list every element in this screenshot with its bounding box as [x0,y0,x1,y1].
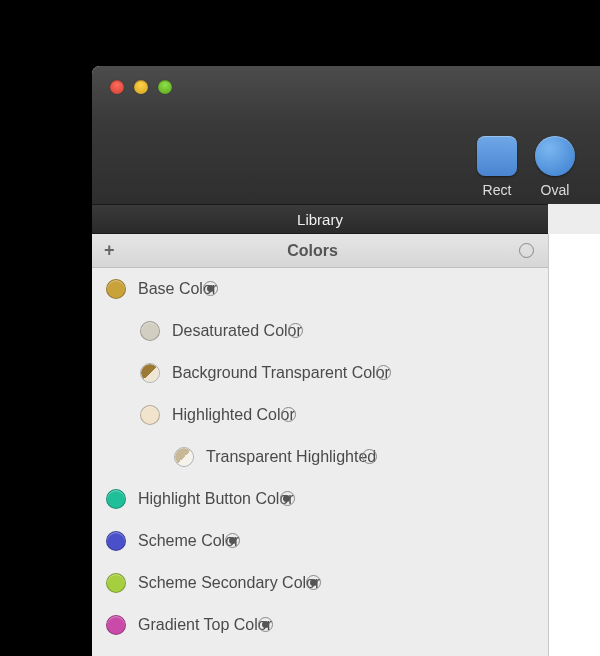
window-titlebar: Rect Oval [92,66,600,204]
color-swatch [106,573,126,593]
color-item-label: Background Transparent Color [172,364,390,382]
app-window: Rect Oval Library + Colors Base ColorDes… [92,66,600,656]
content-row: + Colors Base ColorDesaturated ColorBack… [92,234,600,656]
color-item[interactable]: Gradient Top Color [92,604,548,646]
zoom-window-button[interactable] [158,80,172,94]
panel-tabbar: Library [92,204,548,234]
color-item-label: Desaturated Color [172,322,302,340]
color-item-radio[interactable] [288,323,303,338]
traffic-lights [110,80,172,94]
color-item-label: Transparent Highlighted [206,448,376,466]
color-item-label: Highlighted Color [172,406,295,424]
color-swatch [140,363,160,383]
color-swatch [106,531,126,551]
color-swatch [106,489,126,509]
color-item[interactable]: Transparent Highlighted [92,436,548,478]
color-item-radio[interactable] [281,407,296,422]
oval-tool[interactable]: Oval [535,136,575,198]
color-item-radio[interactable] [258,617,273,632]
color-item[interactable]: Background Transparent Color [92,352,548,394]
rect-tool-label: Rect [483,182,512,198]
canvas-area[interactable] [548,234,600,656]
color-item[interactable]: Highlighted Color [92,394,548,436]
color-item[interactable]: Desaturated Color [92,310,548,352]
color-swatch [140,321,160,341]
library-tab[interactable]: Library [297,211,343,228]
color-item[interactable]: Base Color [92,268,548,310]
color-item-label: Highlight Button Color [138,490,294,508]
rect-tool[interactable]: Rect [477,136,517,198]
color-swatch [106,615,126,635]
color-list: Base ColorDesaturated ColorBackground Tr… [92,268,548,646]
colors-section-title: Colors [287,242,338,260]
color-item-label: Scheme Secondary Color [138,574,320,592]
color-item[interactable]: Scheme Secondary Color [92,562,548,604]
color-item-radio[interactable] [280,491,295,506]
color-item-radio[interactable] [376,365,391,380]
oval-icon [535,136,575,176]
oval-tool-label: Oval [541,182,570,198]
color-item[interactable]: Scheme Color [92,520,548,562]
add-color-button[interactable]: + [104,240,115,261]
color-swatch [140,405,160,425]
color-swatch [174,447,194,467]
rect-icon [477,136,517,176]
color-item-label: Scheme Color [138,532,239,550]
shape-toolbar: Rect Oval [477,136,575,198]
colors-section-radio[interactable] [519,243,534,258]
close-window-button[interactable] [110,80,124,94]
color-item-label: Gradient Top Color [138,616,272,634]
color-swatch [106,279,126,299]
color-item[interactable]: Highlight Button Color [92,478,548,520]
colors-section-header: + Colors [92,234,548,268]
minimize-window-button[interactable] [134,80,148,94]
library-sidebar: + Colors Base ColorDesaturated ColorBack… [92,234,548,656]
